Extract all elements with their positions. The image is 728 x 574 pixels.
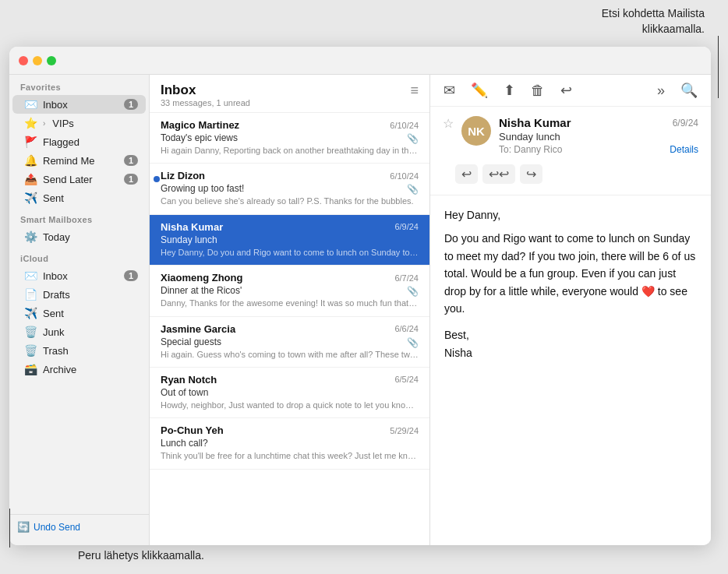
sidebar-item-flagged[interactable]: 🚩 Flagged (12, 132, 146, 151)
msg-date: 5/29/24 (390, 426, 419, 435)
msg-preview: Hi again. Guess who's coming to town wit… (161, 349, 419, 361)
message-list-header: Inbox 33 messages, 1 unread ≡ (150, 75, 429, 113)
detail-header: ☆ NK Nisha Kumar 6/9/24 Sunday lunch To:… (430, 107, 711, 195)
details-link[interactable]: Details (670, 144, 698, 155)
sidebar-item-inbox[interactable]: ✉️ Inbox 1 (12, 95, 146, 114)
sidebar-label-icloud-sent: Sent (43, 308, 138, 319)
badge-remind-me: 1 (124, 155, 138, 166)
new-message-icon[interactable]: ✉ (440, 79, 459, 101)
sidebar-label-trash: Trash (43, 345, 138, 357)
sidebar-item-junk[interactable]: 🗑️ Junk (12, 322, 146, 341)
sidebar-item-remind-me[interactable]: 🔔 Remind Me 1 (12, 151, 146, 170)
sidebar-icon-flagged: 🚩 (23, 136, 37, 148)
favorites-section-label: Favorites (9, 75, 149, 95)
sidebar-icon-today: ⚙️ (23, 231, 37, 243)
sidebar-item-sent[interactable]: ✈️ Sent (12, 188, 146, 207)
sidebar-label-archive: Archive (43, 364, 138, 375)
main-content: Favorites ✉️ Inbox 1 ⭐ › VIPs 🚩 Flagged … (9, 75, 711, 545)
msg-date: 6/9/24 (394, 222, 419, 231)
sidebar-item-icloud-inbox[interactable]: ✉️ Inbox 1 (12, 266, 146, 285)
badge-send-later: 1 (124, 174, 138, 185)
sidebar-icon-icloud-sent: ✈️ (23, 307, 37, 319)
sidebar-item-drafts[interactable]: 📄 Drafts (12, 285, 146, 304)
attachment-icon: 📎 (407, 184, 419, 195)
sidebar-favorites: ✉️ Inbox 1 ⭐ › VIPs 🚩 Flagged 🔔 Remind M… (9, 95, 149, 207)
msg-date: 6/7/24 (394, 273, 419, 283)
search-icon[interactable]: 🔍 (677, 79, 701, 101)
reply-button[interactable]: ↩ (455, 164, 478, 184)
msg-preview: Can you believe she's already so tall? P… (161, 195, 419, 207)
sidebar-icon-drafts: 📄 (23, 288, 37, 301)
detail-sender-name: Nisha Kumar (499, 116, 571, 129)
sidebar-label-remind-me: Remind Me (43, 155, 118, 167)
sidebar: Favorites ✉️ Inbox 1 ⭐ › VIPs 🚩 Flagged … (9, 75, 150, 545)
detail-body: Hey Danny, Do you and Rigo want to come … (430, 195, 711, 545)
detail-pane: ✉ ✏️ ⬆ 🗑 ↩ » 🔍 ☆ NK Nisha Kumar 6/9/24 (430, 75, 711, 545)
sidebar-label-inbox: Inbox (43, 99, 118, 111)
msg-subject: Today's epic views (161, 132, 404, 143)
msg-sender: Jasmine Garcia (161, 323, 390, 335)
maximize-button[interactable] (47, 56, 56, 65)
trash-icon[interactable]: 🗑 (527, 80, 549, 101)
filter-icon[interactable]: ≡ (410, 83, 419, 99)
sidebar-item-archive[interactable]: 🗃️ Archive (12, 360, 146, 379)
sidebar-icon-icloud-inbox: ✉️ (23, 269, 37, 282)
star-icon[interactable]: ☆ (443, 116, 454, 131)
msg-date: 6/6/24 (394, 324, 419, 333)
message-item-msg5[interactable]: Jasmine Garcia 6/6/24 Special guests 📎 H… (150, 317, 429, 368)
detail-toolbar: ✉ ✏️ ⬆ 🗑 ↩ » 🔍 (430, 75, 711, 107)
sidebar-label-junk: Junk (43, 326, 138, 338)
folder-subtitle: 33 messages, 1 unread (161, 98, 250, 107)
message-item-msg4[interactable]: Xiaomeng Zhong 6/7/24 Dinner at the Rico… (150, 266, 429, 316)
sidebar-icon-archive: 🗃️ (23, 363, 37, 375)
sidebar-label-sent: Sent (43, 192, 138, 204)
sidebar-item-icloud-sent[interactable]: ✈️ Sent (12, 304, 146, 322)
traffic-lights (19, 56, 56, 65)
message-list: Inbox 33 messages, 1 unread ≡ Magico Mar… (150, 75, 430, 545)
archive-icon[interactable]: ⬆ (500, 79, 519, 101)
sidebar-item-vips[interactable]: ⭐ › VIPs (12, 114, 146, 132)
move-icon[interactable]: ↩ (557, 79, 576, 101)
sidebar-label-flagged: Flagged (43, 136, 138, 148)
sidebar-label-today: Today (43, 231, 138, 243)
message-item-msg7[interactable]: Po-Chun Yeh 5/29/24 Lunch call? Think yo… (150, 418, 429, 469)
app-window: Favorites ✉️ Inbox 1 ⭐ › VIPs 🚩 Flagged … (9, 47, 711, 545)
undo-send-button[interactable]: 🔄 Undo Send (17, 521, 141, 533)
more-icon[interactable]: » (653, 80, 669, 101)
smart-mailboxes-section-label: Smart Mailboxes (9, 207, 149, 227)
sidebar-icon-inbox: ✉️ (23, 98, 37, 111)
msg-date: 6/5/24 (394, 375, 419, 384)
sidebar-icon-remind-me: 🔔 (23, 154, 37, 167)
annotation-bottom-left: Peru lähetys klikkaamalla. (78, 549, 204, 562)
forward-button[interactable]: ↪ (520, 164, 542, 184)
msg-sender: Magico Martinez (161, 119, 385, 131)
reply-all-button[interactable]: ↩↩ (482, 164, 515, 184)
msg-subject: Dinner at the Ricos' (161, 285, 404, 296)
detail-subject: Sunday lunch (499, 131, 698, 143)
avatar: NK (461, 116, 491, 146)
message-item-msg2[interactable]: Liz Dizon 6/10/24 Growing up too fast! 📎… (150, 164, 429, 214)
msg-subject: Out of town (161, 387, 419, 398)
compose-icon[interactable]: ✏️ (467, 79, 492, 101)
msg-subject: Sunday lunch (161, 234, 419, 245)
detail-date: 6/9/24 (673, 118, 698, 129)
message-item-msg6[interactable]: Ryan Notch 6/5/24 Out of town Howdy, nei… (150, 368, 429, 418)
attachment-icon: 📎 (407, 133, 419, 144)
msg-subject: Special guests (161, 336, 404, 347)
undo-send-circle-icon: 🔄 (17, 521, 30, 533)
attachment-icon: 📎 (407, 337, 419, 348)
message-item-msg3[interactable]: Nisha Kumar 6/9/24 Sunday lunch Hey Dann… (150, 215, 429, 266)
close-button[interactable] (19, 56, 28, 65)
msg-preview: Hey Danny, Do you and Rigo want to come … (161, 247, 419, 259)
annotation-top-right: Etsi kohdetta Mailista klikkaamalla. (602, 6, 705, 37)
chevron-icon: › (43, 119, 45, 128)
detail-body-text: Do you and Rigo want to come to lunch on… (444, 230, 697, 317)
sidebar-item-send-later[interactable]: 📤 Send Later 1 (12, 170, 146, 188)
sidebar-item-trash[interactable]: 🗑️ Trash (12, 341, 146, 360)
minimize-button[interactable] (33, 56, 42, 65)
msg-date: 6/10/24 (390, 171, 419, 181)
msg-subject: Lunch call? (161, 438, 419, 449)
message-item-msg1[interactable]: Magico Martinez 6/10/24 Today's epic vie… (150, 113, 429, 164)
sidebar-item-today[interactable]: ⚙️ Today (12, 227, 146, 246)
msg-preview: Think you'll be free for a lunchtime cha… (161, 450, 419, 462)
